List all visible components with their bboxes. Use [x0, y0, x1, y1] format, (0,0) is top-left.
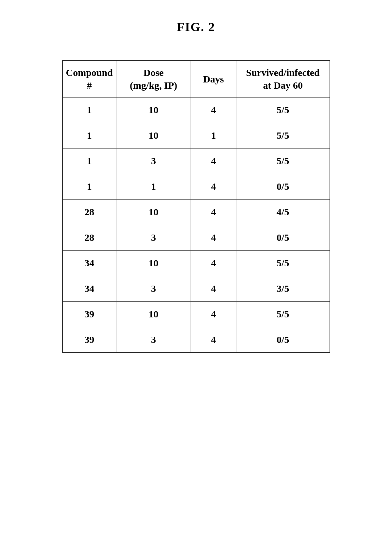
table-row: 281044/5: [62, 199, 330, 225]
cell-days-0: 4: [191, 97, 236, 123]
cell-days-6: 4: [191, 250, 236, 276]
cell-days-8: 4: [191, 301, 236, 327]
cell-survived-2: 5/5: [236, 148, 330, 174]
cell-compound-6: 34: [62, 250, 116, 276]
cell-dose-2: 3: [116, 148, 191, 174]
table-row: 1140/5: [62, 174, 330, 199]
cell-compound-8: 39: [62, 301, 116, 327]
table-row: 11015/5: [62, 123, 330, 148]
cell-survived-9: 0/5: [236, 327, 330, 352]
cell-compound-0: 1: [62, 97, 116, 123]
header-dose: Dose (mg/kg, IP): [116, 61, 191, 97]
cell-survived-3: 0/5: [236, 174, 330, 199]
table-row: 28340/5: [62, 225, 330, 250]
header-compound: Compound #: [62, 61, 116, 97]
cell-days-5: 4: [191, 225, 236, 250]
cell-dose-8: 10: [116, 301, 191, 327]
cell-days-1: 1: [191, 123, 236, 148]
cell-survived-4: 4/5: [236, 199, 330, 225]
header-days: Days: [191, 61, 236, 97]
cell-compound-3: 1: [62, 174, 116, 199]
cell-compound-7: 34: [62, 276, 116, 301]
cell-compound-2: 1: [62, 148, 116, 174]
cell-days-7: 4: [191, 276, 236, 301]
table-row: 391045/5: [62, 301, 330, 327]
cell-dose-6: 10: [116, 250, 191, 276]
cell-dose-4: 10: [116, 199, 191, 225]
cell-dose-3: 1: [116, 174, 191, 199]
cell-compound-1: 1: [62, 123, 116, 148]
cell-survived-1: 5/5: [236, 123, 330, 148]
cell-survived-0: 5/5: [236, 97, 330, 123]
cell-days-4: 4: [191, 199, 236, 225]
cell-dose-1: 10: [116, 123, 191, 148]
page-title: FIG. 2: [177, 20, 215, 34]
table-row: 34343/5: [62, 276, 330, 301]
cell-dose-5: 3: [116, 225, 191, 250]
cell-compound-4: 28: [62, 199, 116, 225]
cell-days-9: 4: [191, 327, 236, 352]
table-header-row: Compound # Dose (mg/kg, IP) Days Survive…: [62, 61, 330, 97]
cell-survived-6: 5/5: [236, 250, 330, 276]
cell-dose-0: 10: [116, 97, 191, 123]
table-row: 1345/5: [62, 148, 330, 174]
cell-survived-5: 0/5: [236, 225, 330, 250]
table-row: 11045/5: [62, 97, 330, 123]
cell-compound-5: 28: [62, 225, 116, 250]
cell-days-2: 4: [191, 148, 236, 174]
cell-dose-7: 3: [116, 276, 191, 301]
cell-days-3: 4: [191, 174, 236, 199]
header-survived: Survived/infected at Day 60: [236, 61, 330, 97]
cell-compound-9: 39: [62, 327, 116, 352]
cell-survived-7: 3/5: [236, 276, 330, 301]
data-table: Compound # Dose (mg/kg, IP) Days Survive…: [62, 60, 330, 353]
cell-survived-8: 5/5: [236, 301, 330, 327]
table-row: 341045/5: [62, 250, 330, 276]
table-container: Compound # Dose (mg/kg, IP) Days Survive…: [62, 60, 330, 353]
cell-dose-9: 3: [116, 327, 191, 352]
table-row: 39340/5: [62, 327, 330, 352]
